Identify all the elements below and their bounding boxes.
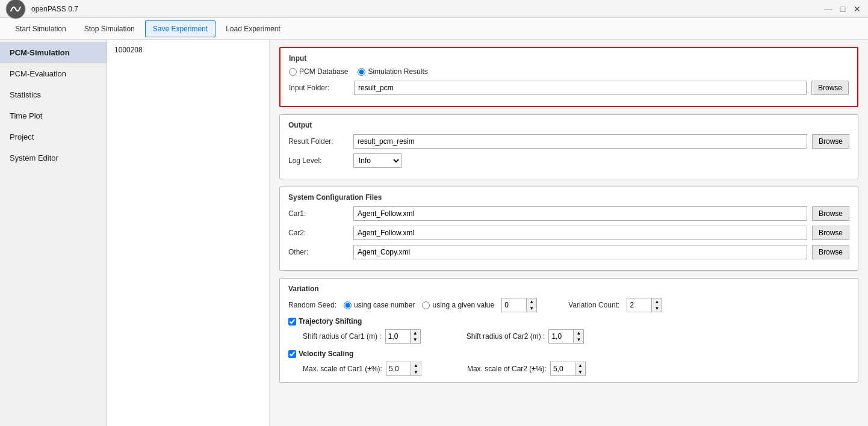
variation-count-value[interactable] (627, 298, 651, 312)
shift-car2-spinbox-buttons: ▲ ▼ (573, 330, 583, 343)
car1-browse-button[interactable]: Browse (812, 206, 849, 221)
sidebar-item-time-plot[interactable]: Time Plot (0, 105, 107, 126)
scale-car2-spinbox: ▲ ▼ (550, 362, 586, 376)
shift-car1-increment-button[interactable]: ▲ (411, 330, 420, 336)
menu-stop-simulation[interactable]: Stop Simulation (76, 20, 143, 37)
title-bar-controls: — □ ✕ (822, 3, 863, 15)
other-browse-button[interactable]: Browse (812, 245, 849, 259)
scale-car2-field: Max. scale of Car2 (±%): ▲ ▼ (467, 362, 586, 376)
seed-spinbox: ▲ ▼ (501, 298, 537, 312)
random-seed-label: Random Seed: (288, 301, 336, 309)
car2-label: Car2: (288, 229, 349, 237)
main-area: 1000208 Input PCM Database Simulation Re… (107, 40, 868, 426)
minimize-button[interactable]: — (822, 3, 834, 15)
variation-count-spinbox-buttons: ▲ ▼ (651, 298, 662, 312)
car1-row: Car1: Browse (288, 206, 849, 221)
radio-using-given[interactable]: using a given value (422, 301, 494, 309)
scale-car2-decrement-button[interactable]: ▼ (575, 369, 585, 375)
input-section: Input PCM Database Simulation Results In… (279, 47, 858, 107)
sidebar: PCM-Simulation PCM-Evaluation Statistics… (0, 40, 107, 426)
sidebar-item-system-editor[interactable]: System Editor (0, 147, 107, 168)
scale-car1-spinbox-buttons: ▲ ▼ (411, 362, 421, 375)
input-radio-group: PCM Database Simulation Results (289, 67, 849, 76)
sidebar-item-pcm-simulation[interactable]: PCM-Simulation (0, 42, 107, 63)
close-button[interactable]: ✕ (851, 3, 863, 15)
velocity-scaling-checkbox[interactable] (288, 350, 296, 358)
seed-increment-button[interactable]: ▲ (527, 298, 536, 305)
log-level-select[interactable]: Info Debug Warning Error (353, 153, 401, 168)
random-seed-row: Random Seed: using case number using a g… (288, 298, 849, 312)
trajectory-shifting-label: Trajectory Shifting (299, 317, 362, 326)
list-item[interactable]: 1000208 (112, 45, 264, 55)
sidebar-item-pcm-evaluation[interactable]: PCM-Evaluation (0, 63, 107, 84)
radio-using-given-label: using a given value (432, 301, 494, 309)
shift-car2-spinbox: ▲ ▼ (548, 329, 584, 344)
scale-car2-increment-button[interactable]: ▲ (575, 362, 585, 369)
shift-car2-decrement-button[interactable]: ▼ (574, 336, 583, 343)
variation-count-label: Variation Count: (568, 301, 619, 309)
menu-start-simulation[interactable]: Start Simulation (7, 20, 74, 37)
seed-decrement-button[interactable]: ▼ (527, 305, 536, 312)
shift-car1-value[interactable] (386, 330, 410, 343)
car2-field[interactable] (353, 226, 807, 240)
scale-car1-increment-button[interactable]: ▲ (411, 362, 421, 369)
variation-count-increment-button[interactable]: ▲ (652, 298, 662, 305)
seed-spinbox-buttons: ▲ ▼ (526, 298, 536, 312)
radio-simulation-results-input[interactable] (358, 68, 365, 76)
radio-using-case[interactable]: using case number (344, 301, 415, 309)
log-level-label: Log Level: (288, 156, 349, 165)
variation-count-decrement-button[interactable]: ▼ (652, 305, 662, 312)
seed-value[interactable] (502, 298, 526, 312)
radio-using-case-input[interactable] (344, 301, 352, 309)
variation-section: Variation Random Seed: using case number… (279, 278, 858, 383)
variation-count-spinbox: ▲ ▼ (627, 298, 662, 312)
menu-bar: Start Simulation Stop Simulation Save Ex… (0, 18, 868, 40)
shift-car1-decrement-button[interactable]: ▼ (411, 336, 420, 343)
scale-car2-value[interactable] (551, 362, 575, 375)
menu-save-experiment[interactable]: Save Experiment (145, 20, 215, 37)
output-section-title: Output (288, 121, 849, 129)
radio-pcm-database-input[interactable] (289, 68, 297, 76)
input-folder-row: Input Folder: Browse (289, 81, 849, 95)
shift-car2-value[interactable] (549, 330, 573, 343)
radio-pcm-database-label: PCM Database (299, 67, 348, 76)
radio-using-case-label: using case number (354, 301, 415, 309)
trajectory-shifting-checkbox[interactable] (288, 318, 296, 326)
scale-car1-field: Max. scale of Car1 (±%): ▲ ▼ (303, 362, 421, 376)
scale-car1-decrement-button[interactable]: ▼ (411, 369, 421, 375)
app-body: PCM-Simulation PCM-Evaluation Statistics… (0, 40, 868, 426)
system-config-title: System Configuration Files (288, 193, 849, 202)
right-panel: Input PCM Database Simulation Results In… (270, 40, 868, 426)
velocity-scaling-label: Velocity Scaling (299, 350, 353, 358)
radio-pcm-database[interactable]: PCM Database (289, 67, 348, 76)
other-row: Other: Browse (288, 245, 849, 259)
velocity-scaling-fields: Max. scale of Car1 (±%): ▲ ▼ Max. scale … (303, 362, 849, 376)
input-folder-label: Input Folder: (289, 84, 349, 92)
car2-browse-button[interactable]: Browse (812, 226, 849, 240)
scale-car1-value[interactable] (386, 362, 411, 375)
menu-load-experiment[interactable]: Load Experiment (218, 20, 288, 37)
trajectory-shifting-fields: Shift radius of Car1 (m) : ▲ ▼ Shift rad… (303, 329, 849, 344)
variation-section-title: Variation (288, 285, 849, 293)
app-logo (5, 0, 26, 20)
car1-field[interactable] (353, 206, 807, 221)
input-section-title: Input (289, 54, 849, 63)
sidebar-item-statistics[interactable]: Statistics (0, 84, 107, 105)
radio-using-given-input[interactable] (422, 301, 430, 309)
shift-car2-increment-button[interactable]: ▲ (574, 330, 583, 336)
result-folder-browse-button[interactable]: Browse (812, 134, 849, 149)
output-section: Output Result Folder: Browse Log Level: … (279, 114, 858, 179)
other-field[interactable] (353, 245, 807, 259)
input-folder-browse-button[interactable]: Browse (811, 81, 849, 95)
maximize-button[interactable]: □ (837, 3, 849, 15)
title-bar: openPASS 0.7 — □ ✕ (0, 0, 868, 18)
radio-simulation-results[interactable]: Simulation Results (358, 67, 427, 76)
trajectory-shifting-checkbox-row: Trajectory Shifting (288, 317, 849, 326)
sidebar-item-project[interactable]: Project (0, 126, 107, 147)
list-panel: 1000208 (107, 40, 270, 426)
car2-row: Car2: Browse (288, 226, 849, 240)
velocity-scaling-checkbox-row: Velocity Scaling (288, 350, 849, 358)
input-folder-field[interactable] (354, 81, 807, 95)
shift-car1-spinbox: ▲ ▼ (385, 329, 421, 344)
result-folder-field[interactable] (353, 134, 807, 149)
